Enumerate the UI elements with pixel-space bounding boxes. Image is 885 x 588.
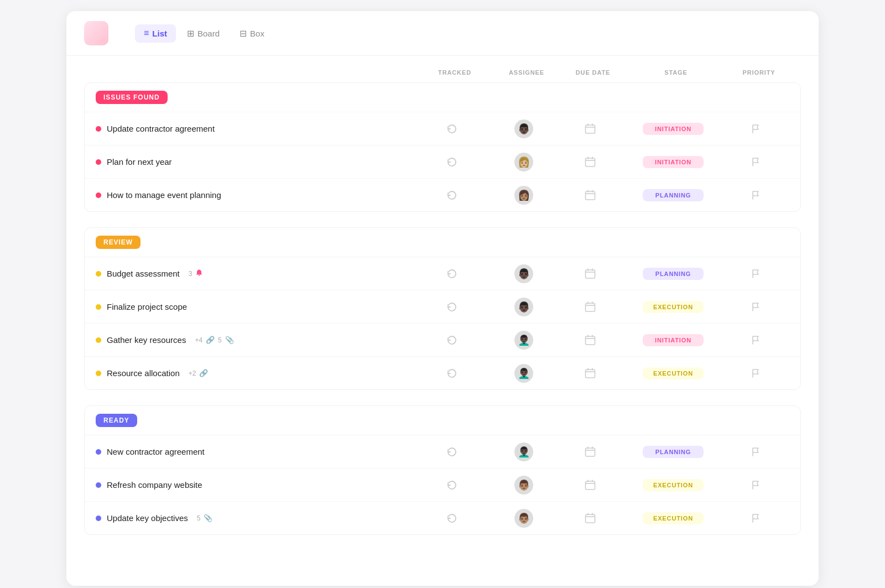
assignee-cell[interactable]: 👩🏽	[491, 186, 557, 205]
stage-cell[interactable]: EXECUTION	[623, 512, 723, 524]
section-2: READYNew contractor agreement👨🏿‍🦱PLANNIN…	[84, 405, 801, 535]
due-date-cell[interactable]	[557, 301, 623, 313]
tracked-cell[interactable]	[413, 334, 491, 346]
task-name-text: Update key objectives	[107, 513, 188, 523]
assignee-cell[interactable]: 👨🏽	[491, 509, 557, 528]
avatar: 👨🏿‍🦱	[514, 443, 533, 461]
assignee-cell[interactable]: 👨🏿‍🦱	[491, 331, 557, 350]
due-date-cell[interactable]	[557, 479, 623, 491]
stage-cell[interactable]: EXECUTION	[623, 301, 723, 313]
flag-icon	[751, 368, 762, 379]
col-stage: STAGE	[626, 69, 726, 76]
assignee-cell[interactable]: 👩🏼	[491, 153, 557, 171]
svg-rect-4	[586, 270, 595, 278]
priority-cell[interactable]	[723, 157, 789, 168]
avatar: 👨🏿‍🦱	[514, 331, 533, 350]
tracked-cell[interactable]	[413, 268, 491, 280]
avatar: 👨🏿	[514, 119, 533, 138]
avatar: 👨🏽	[514, 476, 533, 495]
tracked-cell[interactable]	[413, 479, 491, 491]
due-date-cell[interactable]	[557, 156, 623, 168]
avatar: 👨🏽	[514, 509, 533, 528]
assignee-cell[interactable]: 👨🏿‍🦱	[491, 364, 557, 383]
due-date-cell[interactable]	[557, 367, 623, 379]
nav-tab-list[interactable]: ≡List	[135, 24, 176, 43]
refresh-icon	[446, 301, 458, 313]
due-date-cell[interactable]	[557, 446, 623, 458]
avatar: 👨🏿	[514, 264, 533, 283]
task-row[interactable]: Update key objectives5📎👨🏽EXECUTION	[85, 501, 800, 534]
flag-icon	[751, 513, 762, 524]
stage-cell[interactable]: INITIATION	[623, 334, 723, 346]
priority-cell[interactable]	[723, 480, 789, 491]
tracked-cell[interactable]	[413, 446, 491, 458]
meta-count: 5	[197, 514, 201, 522]
tracked-cell[interactable]	[413, 123, 491, 135]
task-row[interactable]: Update contractor agreement👨🏿INITIATION	[85, 112, 800, 145]
due-date-cell[interactable]	[557, 268, 623, 280]
section-badge-1: REVIEW	[96, 236, 140, 249]
due-date-cell[interactable]	[557, 512, 623, 524]
section-badge-2: READY	[96, 414, 137, 427]
stage-cell[interactable]: PLANNING	[623, 446, 723, 458]
assignee-cell[interactable]: 👨🏿	[491, 119, 557, 138]
assignee-cell[interactable]: 👨🏿‍🦱	[491, 443, 557, 461]
priority-cell[interactable]	[723, 123, 789, 134]
task-name-text: Budget assessment	[107, 269, 180, 278]
stage-cell[interactable]: PLANNING	[623, 189, 723, 201]
flag-icon	[751, 446, 762, 457]
refresh-icon	[446, 189, 458, 201]
add-view-button[interactable]	[282, 29, 298, 37]
task-row[interactable]: How to manage event planning👩🏽PLANNING	[85, 178, 800, 211]
stage-badge: PLANNING	[643, 189, 704, 201]
stage-badge: PLANNING	[643, 446, 704, 458]
task-name-cell: Update key objectives5📎	[96, 513, 413, 523]
refresh-icon	[446, 334, 458, 346]
stage-cell[interactable]: INITIATION	[623, 156, 723, 168]
stage-cell[interactable]: PLANNING	[623, 268, 723, 280]
calendar-icon	[584, 301, 596, 313]
refresh-icon	[446, 367, 458, 379]
task-row[interactable]: Plan for next year👩🏼INITIATION	[85, 145, 800, 178]
priority-cell[interactable]	[723, 190, 789, 201]
due-date-cell[interactable]	[557, 189, 623, 201]
svg-rect-1	[586, 158, 595, 166]
priority-cell[interactable]	[723, 446, 789, 457]
assignee-cell[interactable]: 👨🏽	[491, 476, 557, 495]
nav-tab-board[interactable]: ⊞Board	[178, 24, 228, 43]
tracked-cell[interactable]	[413, 189, 491, 201]
meta-icon: 📎	[204, 514, 212, 522]
priority-cell[interactable]	[723, 335, 789, 346]
svg-rect-6	[586, 336, 595, 345]
meta-count: 3	[189, 270, 192, 278]
task-name-cell: Budget assessment3	[96, 269, 413, 278]
task-row[interactable]: Finalize project scope👨🏿EXECUTION	[85, 290, 800, 323]
tracked-cell[interactable]	[413, 156, 491, 168]
due-date-cell[interactable]	[557, 334, 623, 346]
priority-cell[interactable]	[723, 513, 789, 524]
nav-tab-box[interactable]: ⊟Box	[231, 24, 273, 43]
svg-rect-10	[586, 514, 595, 523]
task-name-text: Refresh company website	[107, 480, 202, 490]
calendar-icon	[584, 156, 596, 168]
task-row[interactable]: Budget assessment3👨🏿PLANNING	[85, 257, 800, 290]
task-name-text: Resource allocation	[107, 368, 180, 378]
priority-cell[interactable]	[723, 268, 789, 279]
task-row[interactable]: New contractor agreement👨🏿‍🦱PLANNING	[85, 435, 800, 468]
assignee-cell[interactable]: 👨🏿	[491, 264, 557, 283]
tracked-cell[interactable]	[413, 301, 491, 313]
priority-cell[interactable]	[723, 301, 789, 313]
task-row[interactable]: Resource allocation+2🔗👨🏿‍🦱EXECUTION	[85, 356, 800, 389]
stage-cell[interactable]: EXECUTION	[623, 367, 723, 379]
assignee-cell[interactable]: 👨🏿	[491, 298, 557, 316]
calendar-icon	[584, 367, 596, 379]
task-dot	[96, 449, 101, 455]
task-row[interactable]: Gather key resources+4🔗5📎👨🏿‍🦱INITIATION	[85, 323, 800, 356]
due-date-cell[interactable]	[557, 123, 623, 135]
tracked-cell[interactable]	[413, 367, 491, 379]
priority-cell[interactable]	[723, 368, 789, 379]
tracked-cell[interactable]	[413, 512, 491, 524]
stage-cell[interactable]: EXECUTION	[623, 479, 723, 491]
task-row[interactable]: Refresh company website👨🏽EXECUTION	[85, 468, 800, 501]
stage-cell[interactable]: INITIATION	[623, 123, 723, 135]
